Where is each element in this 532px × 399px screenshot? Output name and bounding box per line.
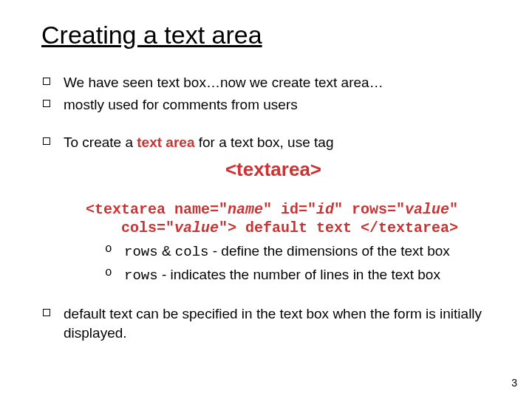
bullet-list: To create a text area for a text box, us… [43, 133, 505, 152]
code-text: "> default text </textarea> [219, 219, 458, 236]
bullet-list: We have seen text box…now we create text… [43, 73, 505, 114]
slide-title: Creating a text area [41, 21, 505, 50]
text: for a text box, use tag [194, 134, 333, 150]
code-text: cols=" [121, 219, 174, 236]
code-text: <textarea name=" [86, 201, 228, 218]
code-italic: name [228, 201, 263, 218]
bullet-item: default text can be specified in the tex… [43, 304, 505, 342]
spacer [41, 288, 505, 304]
page-number: 3 [511, 377, 517, 389]
sub-bullet-list: rows & cols - define the dimensions of t… [105, 242, 505, 285]
code-text: rows [124, 244, 158, 260]
spacer [41, 117, 505, 133]
code-line: cols="value"> default text </textarea> [86, 219, 491, 237]
code-text: " [449, 201, 458, 218]
code-italic: id [316, 201, 334, 218]
text: - define the dimensions of the text box [208, 243, 449, 259]
text-emphasis: text area [137, 134, 194, 150]
bullet-item: To create a text area for a text box, us… [43, 133, 505, 152]
code-italic: value [174, 219, 219, 236]
code-text: cols [175, 244, 209, 260]
tag-label: <textarea> [41, 158, 505, 181]
code-example: <textarea name="name" id="id" rows="valu… [86, 200, 491, 237]
code-text: " rows=" [334, 201, 405, 218]
slide: Creating a text area We have seen text b… [0, 0, 532, 399]
code-text: " id=" [263, 201, 316, 218]
code-text: rows [124, 267, 158, 284]
text: To create a [64, 134, 137, 150]
code-line: <textarea name="name" id="id" rows="valu… [86, 200, 491, 219]
sub-bullet-item: rows & cols - define the dimensions of t… [105, 242, 505, 262]
code-italic: value [405, 201, 449, 218]
bullet-list: default text can be specified in the tex… [43, 304, 505, 342]
text: & [158, 243, 175, 259]
text: - indicates the number of lines in the t… [158, 267, 440, 282]
bullet-item: We have seen text box…now we create text… [43, 73, 505, 92]
sub-bullet-item: rows - indicates the number of lines in … [105, 265, 505, 286]
bullet-item: mostly used for comments from users [43, 95, 505, 115]
